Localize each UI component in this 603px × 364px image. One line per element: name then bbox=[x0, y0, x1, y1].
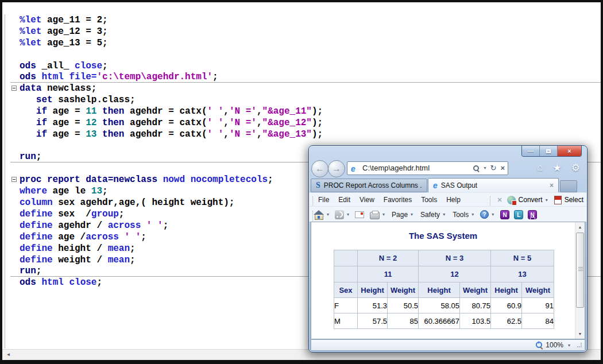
value-cell: 80.75 bbox=[460, 298, 491, 313]
address-url: C:\temp\agehdr.html bbox=[362, 164, 430, 172]
maximize-icon bbox=[546, 149, 551, 153]
page-dropdown-icon[interactable]: ▾ bbox=[411, 212, 413, 217]
menu-item-help[interactable]: Help bbox=[442, 196, 465, 204]
ie-logo-icon: e bbox=[433, 181, 438, 190]
status-bar: 100% ▾ bbox=[311, 339, 585, 351]
back-button[interactable]: ← bbox=[311, 160, 328, 177]
table-header-cell bbox=[334, 250, 358, 266]
linked-notes-icon[interactable]: L bbox=[514, 210, 523, 219]
window-caption-buttons: — × bbox=[521, 146, 582, 157]
menu-item-file[interactable]: File bbox=[314, 196, 334, 204]
command-bar: ▾ ▾ ▾ Page ▾ Safety ▾ Tools ▾ ? ▾ N L bbox=[309, 206, 587, 222]
select-pdf-icon bbox=[554, 196, 562, 204]
close-button[interactable]: × bbox=[558, 146, 581, 156]
scroll-up-arrow-icon[interactable]: ▲ bbox=[575, 222, 585, 232]
safety-menu-button[interactable]: Safety bbox=[420, 211, 440, 219]
home-dropdown-icon[interactable]: ▾ bbox=[327, 212, 329, 217]
tab-label: SAS Output bbox=[441, 181, 477, 189]
sex-cell: M bbox=[334, 313, 358, 329]
nav-right-icons: ⌂ ★ ⚙ bbox=[537, 162, 580, 174]
zoom-magnifier-icon[interactable] bbox=[536, 342, 543, 349]
safety-dropdown-icon[interactable]: ▾ bbox=[443, 212, 445, 217]
minimize-icon: — bbox=[528, 148, 534, 154]
navigation-bar: ← → e C:\temp\agehdr.html ▾ ↻ × ⌂ ★ ⚙ bbox=[309, 158, 587, 178]
toolbar-grip[interactable] bbox=[312, 211, 313, 221]
address-bar-icons: ▾ ↻ × bbox=[473, 162, 505, 175]
address-bar[interactable]: e C:\temp\agehdr.html ▾ ↻ × bbox=[347, 161, 508, 175]
status-bar-right: 100% ▾ bbox=[536, 340, 582, 350]
feed-dropdown-icon[interactable]: ▾ bbox=[347, 212, 349, 217]
print-dropdown-icon[interactable]: ▾ bbox=[382, 212, 385, 217]
value-cell: 58.05 bbox=[419, 298, 460, 313]
zoom-dropdown-icon[interactable]: ▾ bbox=[568, 343, 570, 348]
home-icon[interactable]: ⌂ bbox=[537, 162, 543, 174]
page-menu-button[interactable]: Page bbox=[392, 211, 408, 219]
tab-sas-output[interactable]: e SAS Output × bbox=[428, 178, 559, 192]
menu-item-view[interactable]: View bbox=[355, 196, 379, 204]
scroll-left-arrow-icon[interactable]: ◄ bbox=[3, 350, 13, 360]
scroll-down-arrow-icon[interactable]: ▼ bbox=[575, 329, 585, 339]
command-bar-items: ▾ ▾ ▾ Page ▾ Safety ▾ Tools ▾ ? ▾ N L bbox=[314, 207, 537, 222]
favorites-star-icon[interactable]: ★ bbox=[553, 162, 562, 174]
menu-item-edit[interactable]: Edit bbox=[334, 196, 355, 204]
menu-item-favorites[interactable]: Favorites bbox=[379, 196, 416, 204]
table-header-cell: Weight bbox=[460, 282, 491, 298]
mail-icon[interactable] bbox=[355, 211, 364, 218]
toolbar-grip[interactable] bbox=[312, 196, 313, 206]
maximize-button[interactable] bbox=[540, 146, 558, 156]
table-header-cell: Sex bbox=[334, 282, 358, 298]
new-tab-stub[interactable] bbox=[560, 180, 577, 192]
sas-editor-surface: %let age_11 = 2;%let age_12 = 3;%let age… bbox=[2, 2, 601, 360]
rss-feed-icon[interactable] bbox=[335, 210, 344, 219]
content-vertical-scrollbar[interactable]: ▲ ▼ bbox=[575, 222, 585, 339]
menu-item-tools[interactable]: Tools bbox=[416, 196, 442, 204]
menu-bar-right: ✕ Convert ▾ Select bbox=[488, 193, 583, 207]
onenote-linked-icon[interactable]: N bbox=[528, 210, 537, 219]
toolbar-close-icon[interactable]: ✕ bbox=[497, 196, 502, 204]
menu-items: FileEditViewFavoritesToolsHelp bbox=[314, 193, 465, 207]
collapse-minus-icon[interactable] bbox=[11, 177, 17, 182]
settings-gear-icon[interactable]: ⚙ bbox=[571, 162, 580, 174]
table-row: F51.350.558.0580.7560.991 bbox=[334, 298, 554, 313]
tools-dropdown-icon[interactable]: ▾ bbox=[471, 212, 474, 217]
select-button[interactable]: Select bbox=[565, 196, 583, 204]
forward-button[interactable]: → bbox=[328, 160, 345, 177]
tab-close-icon[interactable]: × bbox=[550, 181, 554, 189]
search-icon[interactable] bbox=[473, 165, 480, 172]
help-dropdown-icon[interactable]: ▾ bbox=[492, 212, 494, 217]
search-dropdown-icon[interactable]: ▾ bbox=[484, 162, 486, 175]
screenshot-frame: %let age_11 = 2;%let age_12 = 3;%let age… bbox=[0, 0, 603, 364]
stop-icon[interactable]: × bbox=[500, 162, 505, 175]
code-line: if age = 13 then agehdr = catx(' ','N ='… bbox=[10, 129, 601, 140]
onenote-icon[interactable]: N bbox=[500, 210, 509, 219]
tab-proc-report[interactable]: S PROC Report Across Columns ... bbox=[311, 179, 427, 192]
code-line bbox=[10, 49, 601, 60]
code-line: if age = 11 then agehdr = catx(' ','N ='… bbox=[10, 106, 601, 117]
value-cell: 84 bbox=[522, 313, 554, 329]
toolbar-grip[interactable] bbox=[490, 196, 490, 206]
minimize-button[interactable]: — bbox=[522, 146, 540, 156]
refresh-icon[interactable]: ↻ bbox=[490, 162, 497, 175]
code-line: %let age_11 = 2; bbox=[10, 14, 601, 26]
scrollbar-thumb[interactable] bbox=[576, 233, 584, 308]
close-icon: × bbox=[567, 148, 571, 154]
collapse-minus-icon[interactable] bbox=[11, 86, 17, 91]
value-cell: 62.5 bbox=[491, 313, 522, 329]
convert-button[interactable]: Convert bbox=[519, 196, 543, 204]
help-icon[interactable]: ? bbox=[480, 210, 489, 219]
table-header-cell: 11 bbox=[358, 266, 419, 282]
table-header-cell: 12 bbox=[419, 266, 491, 282]
code-line: data newclass; bbox=[10, 83, 601, 94]
table-header-cell: Height bbox=[419, 282, 460, 298]
tools-menu-button[interactable]: Tools bbox=[453, 211, 469, 219]
menu-bar: FileEditViewFavoritesToolsHelp ✕ Convert… bbox=[309, 192, 587, 206]
home-toolbar-icon[interactable] bbox=[314, 210, 324, 219]
zoom-level[interactable]: 100% bbox=[546, 341, 563, 349]
print-icon[interactable] bbox=[370, 212, 380, 219]
convert-dropdown-icon[interactable]: ▾ bbox=[546, 198, 548, 203]
value-cell: 91 bbox=[522, 298, 554, 313]
resize-grip[interactable] bbox=[577, 343, 582, 347]
table-header-cell bbox=[334, 266, 358, 282]
table-row: M57.58560.366667103.562.584 bbox=[334, 313, 554, 329]
sas-output-page: The SAS System N = 2N = 3N = 5111213SexH… bbox=[311, 222, 575, 339]
